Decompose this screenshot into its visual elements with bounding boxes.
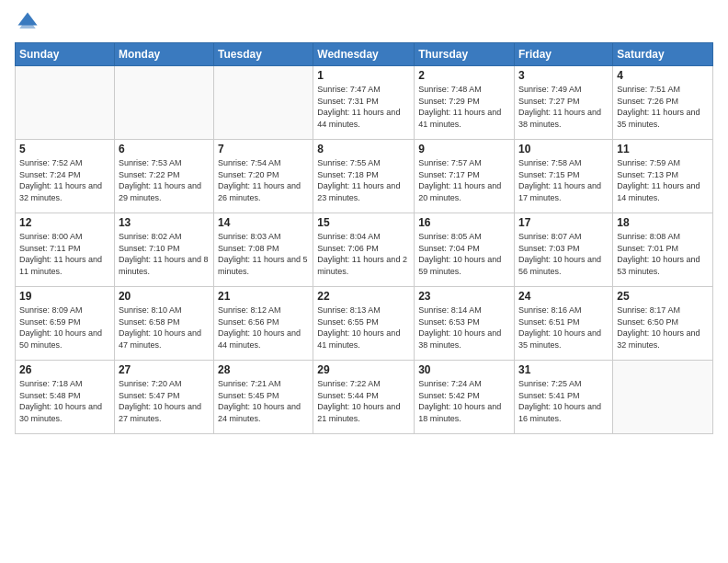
day-number: 20 [119, 290, 210, 303]
calendar-cell: 7Sunrise: 7:54 AM Sunset: 7:20 PM Daylig… [214, 140, 313, 213]
day-info: Sunrise: 8:17 AM Sunset: 6:50 PM Dayligh… [617, 304, 709, 350]
calendar-cell: 30Sunrise: 7:24 AM Sunset: 5:42 PM Dayli… [415, 361, 515, 434]
calendar-cell: 6Sunrise: 7:53 AM Sunset: 7:22 PM Daylig… [114, 140, 213, 213]
calendar-cell: 12Sunrise: 8:00 AM Sunset: 7:11 PM Dayli… [16, 213, 115, 287]
calendar-week-row: 5Sunrise: 7:52 AM Sunset: 7:24 PM Daylig… [16, 140, 713, 213]
day-info: Sunrise: 7:20 AM Sunset: 5:47 PM Dayligh… [119, 378, 210, 424]
weekday-header: Wednesday [313, 43, 415, 66]
day-info: Sunrise: 8:08 AM Sunset: 7:01 PM Dayligh… [617, 231, 709, 277]
calendar-cell: 29Sunrise: 7:22 AM Sunset: 5:44 PM Dayli… [313, 361, 415, 434]
calendar-cell: 27Sunrise: 7:20 AM Sunset: 5:47 PM Dayli… [114, 361, 213, 434]
day-info: Sunrise: 7:54 AM Sunset: 7:20 PM Dayligh… [218, 157, 309, 203]
calendar-cell [613, 361, 713, 434]
weekday-header: Thursday [415, 43, 515, 66]
weekday-header: Tuesday [214, 43, 313, 66]
calendar-cell: 19Sunrise: 8:09 AM Sunset: 6:59 PM Dayli… [16, 287, 115, 361]
day-info: Sunrise: 7:52 AM Sunset: 7:24 PM Dayligh… [19, 157, 110, 203]
calendar-cell: 16Sunrise: 8:05 AM Sunset: 7:04 PM Dayli… [415, 213, 515, 287]
calendar-cell: 5Sunrise: 7:52 AM Sunset: 7:24 PM Daylig… [16, 140, 115, 213]
day-number: 3 [518, 69, 609, 82]
calendar-cell: 9Sunrise: 7:57 AM Sunset: 7:17 PM Daylig… [415, 140, 515, 213]
day-info: Sunrise: 8:04 AM Sunset: 7:06 PM Dayligh… [317, 231, 410, 277]
calendar-week-row: 12Sunrise: 8:00 AM Sunset: 7:11 PM Dayli… [16, 213, 713, 287]
day-number: 12 [19, 216, 110, 229]
day-info: Sunrise: 8:09 AM Sunset: 6:59 PM Dayligh… [19, 304, 110, 350]
day-number: 16 [418, 216, 510, 229]
calendar-cell [214, 66, 313, 140]
day-info: Sunrise: 7:22 AM Sunset: 5:44 PM Dayligh… [317, 378, 410, 424]
day-number: 1 [317, 69, 410, 82]
day-number: 27 [119, 363, 210, 376]
day-info: Sunrise: 8:05 AM Sunset: 7:04 PM Dayligh… [418, 231, 510, 277]
weekday-header-row: SundayMondayTuesdayWednesdayThursdayFrid… [16, 43, 713, 66]
day-info: Sunrise: 7:48 AM Sunset: 7:29 PM Dayligh… [418, 84, 510, 130]
day-info: Sunrise: 7:24 AM Sunset: 5:42 PM Dayligh… [418, 378, 510, 424]
day-info: Sunrise: 8:14 AM Sunset: 6:53 PM Dayligh… [418, 304, 510, 350]
calendar-cell: 17Sunrise: 8:07 AM Sunset: 7:03 PM Dayli… [515, 213, 613, 287]
day-info: Sunrise: 7:21 AM Sunset: 5:45 PM Dayligh… [218, 378, 309, 424]
day-number: 9 [418, 143, 510, 155]
day-number: 29 [317, 363, 410, 376]
day-number: 25 [617, 290, 709, 303]
day-info: Sunrise: 7:25 AM Sunset: 5:41 PM Dayligh… [518, 378, 609, 424]
day-info: Sunrise: 7:59 AM Sunset: 7:13 PM Dayligh… [617, 157, 709, 203]
calendar-cell: 21Sunrise: 8:12 AM Sunset: 6:56 PM Dayli… [214, 287, 313, 361]
day-info: Sunrise: 7:47 AM Sunset: 7:31 PM Dayligh… [317, 84, 410, 130]
day-info: Sunrise: 7:51 AM Sunset: 7:26 PM Dayligh… [617, 84, 709, 130]
day-info: Sunrise: 8:13 AM Sunset: 6:55 PM Dayligh… [317, 304, 410, 350]
day-info: Sunrise: 8:00 AM Sunset: 7:11 PM Dayligh… [19, 231, 110, 277]
day-number: 24 [518, 290, 609, 303]
calendar-week-row: 19Sunrise: 8:09 AM Sunset: 6:59 PM Dayli… [16, 287, 713, 361]
day-info: Sunrise: 7:53 AM Sunset: 7:22 PM Dayligh… [119, 157, 210, 203]
calendar-cell: 20Sunrise: 8:10 AM Sunset: 6:58 PM Dayli… [114, 287, 213, 361]
day-number: 10 [518, 143, 609, 155]
calendar-cell: 3Sunrise: 7:49 AM Sunset: 7:27 PM Daylig… [515, 66, 613, 140]
weekday-header: Friday [515, 43, 613, 66]
day-number: 15 [317, 216, 410, 229]
day-number: 11 [617, 143, 709, 155]
calendar-cell [114, 66, 213, 140]
weekday-header: Sunday [16, 43, 115, 66]
calendar-cell: 25Sunrise: 8:17 AM Sunset: 6:50 PM Dayli… [613, 287, 713, 361]
day-number: 21 [218, 290, 309, 303]
day-number: 2 [418, 69, 510, 82]
day-number: 22 [317, 290, 410, 303]
day-info: Sunrise: 7:18 AM Sunset: 5:48 PM Dayligh… [19, 378, 110, 424]
day-number: 13 [119, 216, 210, 229]
calendar-cell: 24Sunrise: 8:16 AM Sunset: 6:51 PM Dayli… [515, 287, 613, 361]
day-number: 6 [119, 143, 210, 155]
page: SundayMondayTuesdayWednesdayThursdayFrid… [0, 0, 728, 563]
day-info: Sunrise: 8:02 AM Sunset: 7:10 PM Dayligh… [119, 231, 210, 277]
weekday-header: Monday [114, 43, 213, 66]
day-number: 19 [19, 290, 110, 303]
day-number: 8 [317, 143, 410, 155]
day-number: 26 [19, 363, 110, 376]
calendar-cell: 22Sunrise: 8:13 AM Sunset: 6:55 PM Dayli… [313, 287, 415, 361]
calendar-cell: 8Sunrise: 7:55 AM Sunset: 7:18 PM Daylig… [313, 140, 415, 213]
day-number: 5 [19, 143, 110, 155]
day-info: Sunrise: 7:49 AM Sunset: 7:27 PM Dayligh… [518, 84, 609, 130]
day-number: 28 [218, 363, 309, 376]
day-number: 23 [418, 290, 510, 303]
calendar-cell: 15Sunrise: 8:04 AM Sunset: 7:06 PM Dayli… [313, 213, 415, 287]
calendar-cell: 11Sunrise: 7:59 AM Sunset: 7:13 PM Dayli… [613, 140, 713, 213]
day-number: 7 [218, 143, 309, 155]
calendar-cell: 4Sunrise: 7:51 AM Sunset: 7:26 PM Daylig… [613, 66, 713, 140]
logo [15, 9, 44, 35]
day-info: Sunrise: 8:12 AM Sunset: 6:56 PM Dayligh… [218, 304, 309, 350]
day-info: Sunrise: 8:03 AM Sunset: 7:08 PM Dayligh… [218, 231, 309, 277]
calendar: SundayMondayTuesdayWednesdayThursdayFrid… [15, 42, 713, 434]
calendar-week-row: 26Sunrise: 7:18 AM Sunset: 5:48 PM Dayli… [16, 361, 713, 434]
day-number: 30 [418, 363, 510, 376]
calendar-cell [16, 66, 115, 140]
calendar-cell: 10Sunrise: 7:58 AM Sunset: 7:15 PM Dayli… [515, 140, 613, 213]
day-number: 14 [218, 216, 309, 229]
calendar-cell: 26Sunrise: 7:18 AM Sunset: 5:48 PM Dayli… [16, 361, 115, 434]
calendar-week-row: 1Sunrise: 7:47 AM Sunset: 7:31 PM Daylig… [16, 66, 713, 140]
calendar-cell: 18Sunrise: 8:08 AM Sunset: 7:01 PM Dayli… [613, 213, 713, 287]
day-info: Sunrise: 7:58 AM Sunset: 7:15 PM Dayligh… [518, 157, 609, 203]
day-info: Sunrise: 7:55 AM Sunset: 7:18 PM Dayligh… [317, 157, 410, 203]
day-info: Sunrise: 7:57 AM Sunset: 7:17 PM Dayligh… [418, 157, 510, 203]
day-number: 18 [617, 216, 709, 229]
day-number: 4 [617, 69, 709, 82]
